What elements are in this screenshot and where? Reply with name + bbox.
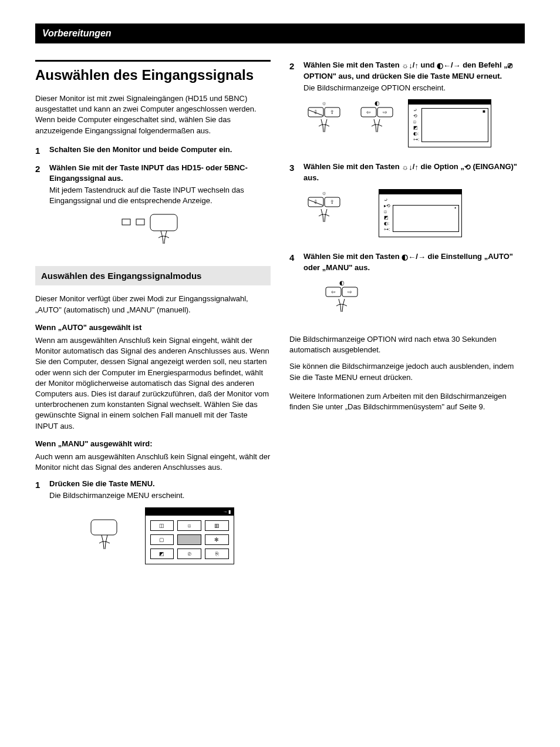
svg-text:⇧: ⇧: [330, 109, 335, 115]
menu-cell: [177, 534, 201, 545]
left-step-2: 2 Wählen Sie mit der Taste INPUT das HD1…: [35, 163, 271, 256]
right-icon: →: [453, 60, 461, 71]
osd-selection: [393, 205, 459, 232]
left-column: Auswählen des Eingangssignals Dieser Mon…: [35, 60, 271, 578]
svg-text:⇦: ⇦: [366, 109, 371, 115]
figure-auto-manu: ◐ ⇦ ⇨: [303, 279, 525, 320]
osd-icon-col: ⤾▸⟲⎅◩◐:⊶:: [384, 198, 390, 232]
mode-intro: Dieser Monitor verfügt über zwei Modi zu…: [35, 294, 271, 315]
menu-button-illustration: [86, 515, 122, 556]
auto-heading: Wenn „AUTO" ausgewählt ist: [35, 322, 271, 333]
manu-heading: Wenn „MANU" ausgewählt wird:: [35, 439, 271, 449]
svg-text:◐: ◐: [375, 100, 380, 106]
manu-paragraph: Auch wenn am ausgewählten Anschluß kein …: [35, 452, 271, 473]
svg-text:⇦: ⇦: [331, 289, 336, 295]
right-step-2: 2 Wählen Sie mit den Tasten ☼↓/↑ und ◐←/…: [289, 60, 525, 156]
input-icon: ⟲: [464, 162, 471, 173]
svg-rect-1: [136, 219, 144, 225]
osd-menu-title: → ▮: [146, 508, 234, 516]
right-icon: →: [418, 252, 426, 263]
subsection-title: Auswählen des Eingangssignalmodus: [35, 266, 271, 285]
section-header: Vorbereitungen: [35, 23, 525, 43]
left-step-1: 1 Schalten Sie den Monitor und beide Com…: [35, 144, 271, 157]
right-column: 2 Wählen Sie mit den Tasten ☼↓/↑ und ◐←/…: [289, 60, 525, 578]
contrast-rocker: ◐ ⇦ ⇨: [356, 99, 397, 140]
svg-text:⇨: ⇨: [383, 109, 387, 115]
brightness-icon: ☼: [402, 162, 409, 173]
svg-text:☼: ☼: [321, 100, 326, 106]
menu-cell: ◩: [150, 549, 174, 559]
step-number: 1: [35, 144, 43, 157]
brightness-icon: ☼: [402, 60, 409, 71]
svg-text:☼: ☼: [321, 190, 326, 196]
menu-cell: ▥: [205, 520, 229, 531]
section-header-text: Vorbereitungen: [42, 28, 112, 38]
contrast-rocker: ◐ ⇦ ⇨: [321, 279, 362, 320]
menu-cell: ⎅: [177, 520, 201, 531]
menu-cell: ⎘: [205, 549, 229, 559]
figure-menu: → ▮ ◫ ⎅ ▥ ▢ ✻ ◩ ⎚ ⎘: [49, 507, 271, 564]
figure-option-select: ☼ ⇩ ⇧ ◐ ⇦ ⇨: [303, 99, 525, 147]
auto-paragraph: Wenn am ausgewählten Anschluß kein Signa…: [35, 335, 271, 432]
osd-option-input: ⤾▸⟲⎅◩◐:⊶:: [379, 189, 462, 237]
step-title: Wählen Sie mit der Taste INPUT das HD15-…: [49, 163, 271, 184]
down-icon: ↓: [409, 60, 413, 71]
outro-p1: Die Bildschirmanzeige OPTION wird nach e…: [289, 334, 525, 355]
outro-p3: Weitere Informationen zum Arbeiten mit d…: [289, 391, 525, 412]
step-desc: Die Bildschirmanzeige MENU erscheint.: [49, 490, 271, 501]
right-step-3: 3 Wählen Sie mit den Tasten ☼↓/↑ die Opt…: [289, 161, 525, 245]
osd-option: ⤾⟲⎅◩◐:⊶: ■: [408, 99, 491, 147]
step-title: Wählen Sie mit den Tasten ☼↓/↑ die Optio…: [303, 161, 525, 183]
svg-text:⇨: ⇨: [348, 289, 352, 295]
osd-icon-col: ⤾⟲⎅◩◐:⊶:: [413, 108, 419, 142]
step-title: Wählen Sie mit den Tasten ☼↓/↑ und ◐←/→ …: [303, 60, 525, 82]
contrast-icon: ◐: [402, 252, 408, 263]
svg-rect-0: [122, 219, 130, 225]
outro-p2: Sie können die Bildschirmanzeige jedoch …: [289, 361, 525, 382]
osd-menu-grid: ◫ ⎅ ▥ ▢ ✻ ◩ ⎚ ⎘: [146, 516, 234, 564]
contrast-icon: ◐: [437, 60, 443, 71]
figure-input-button: [49, 212, 271, 247]
input-button-illustration: [116, 212, 204, 247]
step-title: Drücken Sie die Taste MENU.: [49, 479, 271, 489]
step-number: 3: [289, 161, 298, 245]
menu-cell: ◫: [150, 520, 174, 531]
svg-rect-3: [91, 520, 117, 535]
osd-menu: → ▮ ◫ ⎅ ▥ ▢ ✻ ◩ ⎚ ⎘: [145, 507, 234, 564]
manu-step-1: 1 Drücken Sie die Taste MENU. Die Bildsc…: [35, 479, 271, 573]
page-title: Auswählen des Eingangssignals: [35, 60, 271, 85]
step-desc: Die Bildschirmanzeige OPTION erscheint.: [303, 83, 525, 93]
step-title: Schalten Sie den Monitor und beide Compu…: [49, 144, 271, 155]
menu-cell: ▢: [150, 534, 174, 545]
rocker-group: ☼ ⇩ ⇧ ◐ ⇦ ⇨: [303, 99, 397, 140]
brightness-rocker: ☼ ⇩ ⇧: [303, 99, 345, 140]
osd-selection: ■: [421, 108, 488, 142]
step-title: Wählen Sie mit den Tasten ◐←/→ die Einst…: [303, 251, 525, 273]
left-icon: ←: [408, 252, 416, 263]
brightness-rocker: ☼ ⇩ ⇧: [303, 189, 345, 230]
svg-text:◐: ◐: [339, 280, 345, 286]
step-number: 4: [289, 251, 298, 328]
left-icon: ←: [443, 60, 451, 71]
option-icon: ⎚: [508, 60, 512, 71]
menu-cell: ⎚: [177, 549, 201, 559]
down-icon: ↓: [409, 162, 413, 173]
step-number: 1: [35, 479, 43, 573]
figure-input-select: ☼ ⇩ ⇧ ⤾▸⟲⎅◩◐:⊶:: [303, 189, 525, 237]
right-step-4: 4 Wählen Sie mit den Tasten ◐←/→ die Ein…: [289, 251, 525, 328]
svg-rect-2: [150, 214, 177, 231]
svg-text:⇧: ⇧: [330, 199, 335, 205]
step-number: 2: [35, 163, 43, 256]
step-desc: Mit jedem Tastendruck auf die Taste INPU…: [49, 185, 271, 206]
menu-cell: ✻: [205, 534, 229, 545]
content-columns: Auswählen des Eingangssignals Dieser Mon…: [35, 60, 525, 578]
intro-text: Dieser Monitor ist mit zwei Signaleingän…: [35, 93, 271, 136]
step-number: 2: [289, 60, 298, 156]
